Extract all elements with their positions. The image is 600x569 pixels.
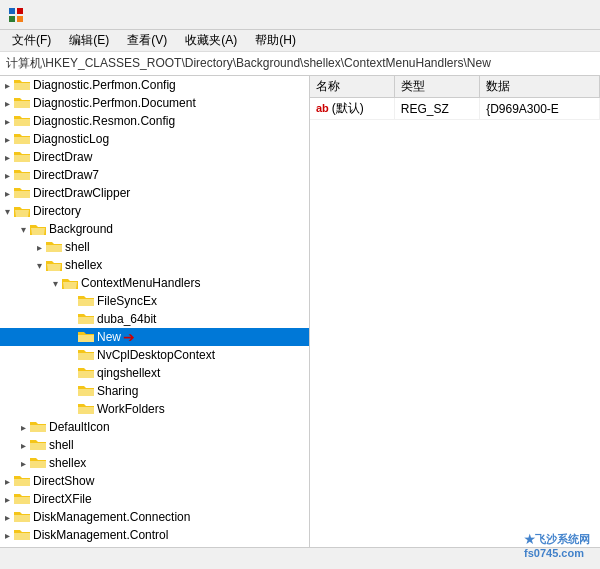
tree-node[interactable]: ▸ DiskManagement.Connection bbox=[0, 508, 309, 526]
expand-icon[interactable]: ▸ bbox=[0, 528, 14, 542]
expand-icon[interactable]: ▸ bbox=[16, 438, 30, 452]
tree-node[interactable]: ▸ shellex bbox=[0, 454, 309, 472]
tree-node[interactable]: FileSyncEx bbox=[0, 292, 309, 310]
tree-node[interactable]: ▸ Diagnostic.Perfmon.Document bbox=[0, 94, 309, 112]
tree-node[interactable]: duba_64bit bbox=[0, 310, 309, 328]
reg-name-cell: ab(默认) bbox=[310, 98, 394, 120]
svg-rect-0 bbox=[9, 8, 15, 14]
expand-icon[interactable]: ▸ bbox=[0, 78, 14, 92]
collapse-icon[interactable]: ▾ bbox=[32, 258, 46, 272]
title-bar bbox=[0, 0, 600, 30]
tree-label: Diagnostic.Perfmon.Document bbox=[33, 96, 196, 110]
expand-icon[interactable]: ▸ bbox=[0, 186, 14, 200]
folder-icon bbox=[14, 546, 30, 547]
tree-node[interactable]: ▸ Diagnostic.Perfmon.Config bbox=[0, 76, 309, 94]
close-button[interactable] bbox=[564, 4, 592, 26]
tree-node[interactable]: ▸ DirectShow bbox=[0, 472, 309, 490]
expand-icon[interactable]: ▸ bbox=[32, 240, 46, 254]
expand-icon[interactable]: ▸ bbox=[0, 510, 14, 524]
tree-node[interactable]: ▾ shellex bbox=[0, 256, 309, 274]
tree-label: shell bbox=[65, 240, 90, 254]
folder-icon bbox=[14, 204, 30, 218]
folder-icon bbox=[14, 78, 30, 92]
folder-icon bbox=[46, 240, 62, 254]
menu-item[interactable]: 文件(F) bbox=[4, 30, 59, 51]
tree-node[interactable]: ▸ DirectDraw7 bbox=[0, 166, 309, 184]
reg-type-cell: REG_SZ bbox=[394, 98, 479, 120]
tree-node[interactable]: qingshellext bbox=[0, 364, 309, 382]
tree-node[interactable]: ▸ DefaultIcon bbox=[0, 418, 309, 436]
tree-node[interactable]: ▾ Directory bbox=[0, 202, 309, 220]
tree-label: Background bbox=[49, 222, 113, 236]
folder-icon bbox=[14, 168, 30, 182]
tree-label: DiskManagement.Control bbox=[33, 528, 168, 542]
tree-label: DirectShow bbox=[33, 474, 94, 488]
tree-node[interactable]: ▸ DirectDraw bbox=[0, 148, 309, 166]
expand-icon[interactable]: ▸ bbox=[0, 546, 14, 547]
tree-label: shellex bbox=[65, 258, 102, 272]
tree-node[interactable]: ▸ DiskManagement.Control bbox=[0, 526, 309, 544]
collapse-icon[interactable]: ▾ bbox=[16, 222, 30, 236]
tree-label: Sharing bbox=[97, 384, 138, 398]
svg-rect-3 bbox=[17, 16, 23, 22]
folder-icon bbox=[14, 510, 30, 524]
tree-label: duba_64bit bbox=[97, 312, 156, 326]
reg-data-cell: {D969A300-E bbox=[480, 98, 600, 120]
tree-node[interactable]: ▾ ContextMenuHandlers bbox=[0, 274, 309, 292]
tree-label: WorkFolders bbox=[97, 402, 165, 416]
folder-icon bbox=[14, 132, 30, 146]
tree-node[interactable]: ▸ DiskManagement.DataObject bbox=[0, 544, 309, 547]
tree-node[interactable]: ▸ shell bbox=[0, 238, 309, 256]
menu-item[interactable]: 查看(V) bbox=[119, 30, 175, 51]
folder-icon bbox=[46, 258, 62, 272]
expand-icon[interactable]: ▸ bbox=[0, 96, 14, 110]
expand-icon[interactable]: ▸ bbox=[0, 132, 14, 146]
tree-panel[interactable]: ▸ Diagnostic.Perfmon.Config▸ Diagnostic.… bbox=[0, 76, 310, 547]
tree-node[interactable]: Sharing bbox=[0, 382, 309, 400]
tree-node[interactable]: ▸ DiagnosticLog bbox=[0, 130, 309, 148]
tree-node[interactable]: ▾ Background bbox=[0, 220, 309, 238]
expand-icon[interactable]: ▸ bbox=[16, 420, 30, 434]
expand-icon[interactable]: ▸ bbox=[0, 114, 14, 128]
tree-label: DirectDrawClipper bbox=[33, 186, 130, 200]
tree-label: DefaultIcon bbox=[49, 420, 110, 434]
menu-item[interactable]: 帮助(H) bbox=[247, 30, 304, 51]
tree-node[interactable]: ▸ shell bbox=[0, 436, 309, 454]
folder-icon bbox=[30, 456, 46, 470]
table-row[interactable]: ab(默认)REG_SZ{D969A300-E bbox=[310, 98, 600, 120]
expand-icon[interactable]: ▸ bbox=[0, 474, 14, 488]
col-data: 数据 bbox=[480, 76, 600, 98]
tree-node[interactable]: ▸ DirectDrawClipper bbox=[0, 184, 309, 202]
collapse-icon[interactable]: ▾ bbox=[48, 276, 62, 290]
tree-node[interactable]: ▸ Diagnostic.Resmon.Config bbox=[0, 112, 309, 130]
maximize-button[interactable] bbox=[534, 4, 562, 26]
title-bar-left bbox=[8, 7, 30, 23]
right-panel[interactable]: 名称 类型 数据 ab(默认)REG_SZ{D969A300-E bbox=[310, 76, 600, 547]
folder-icon bbox=[78, 402, 94, 416]
folder-icon bbox=[78, 384, 94, 398]
folder-icon bbox=[78, 366, 94, 380]
tree-node[interactable]: New➔ bbox=[0, 328, 309, 346]
col-type: 类型 bbox=[394, 76, 479, 98]
tree-label: NvCplDesktopContext bbox=[97, 348, 215, 362]
expand-icon[interactable]: ▸ bbox=[0, 168, 14, 182]
tree-node[interactable]: ▸ DirectXFile bbox=[0, 490, 309, 508]
tree-node[interactable]: NvCplDesktopContext bbox=[0, 346, 309, 364]
tree-node[interactable]: WorkFolders bbox=[0, 400, 309, 418]
menu-item[interactable]: 编辑(E) bbox=[61, 30, 117, 51]
folder-icon bbox=[62, 276, 78, 290]
expand-icon[interactable]: ▸ bbox=[0, 492, 14, 506]
folder-icon bbox=[30, 222, 46, 236]
folder-icon bbox=[14, 150, 30, 164]
folder-icon bbox=[14, 528, 30, 542]
minimize-button[interactable] bbox=[504, 4, 532, 26]
folder-icon bbox=[78, 312, 94, 326]
tree-label: DirectXFile bbox=[33, 492, 92, 506]
expand-icon[interactable]: ▸ bbox=[0, 150, 14, 164]
expand-icon[interactable]: ▸ bbox=[16, 456, 30, 470]
menu-item[interactable]: 收藏夹(A) bbox=[177, 30, 245, 51]
folder-icon bbox=[30, 420, 46, 434]
col-name: 名称 bbox=[310, 76, 394, 98]
folder-icon bbox=[14, 474, 30, 488]
collapse-icon[interactable]: ▾ bbox=[0, 204, 14, 218]
